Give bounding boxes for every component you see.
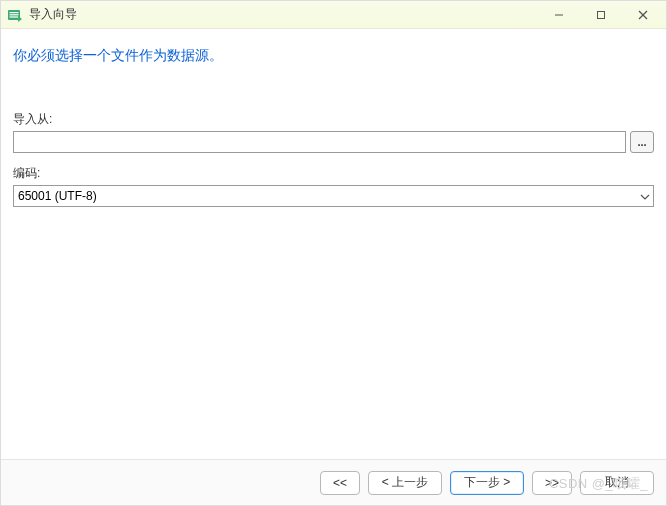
svg-rect-5 [598, 11, 605, 18]
browse-button[interactable]: ... [630, 131, 654, 153]
instruction-text: 你必须选择一个文件作为数据源。 [13, 47, 654, 65]
content-area: 你必须选择一个文件作为数据源。 导入从: ... 编码: 65001 (UTF-… [1, 29, 666, 207]
import-from-label: 导入从: [13, 111, 654, 128]
maximize-button[interactable] [580, 1, 622, 28]
encoding-select[interactable]: 65001 (UTF-8) [13, 185, 654, 207]
footer-bar: << < 上一步 下一步 > >> 取消 [1, 459, 666, 505]
svg-rect-1 [10, 12, 19, 13]
first-button[interactable]: << [320, 471, 360, 495]
encoding-value: 65001 (UTF-8) [18, 189, 97, 203]
import-from-input[interactable] [13, 131, 626, 153]
encoding-label: 编码: [13, 165, 654, 182]
last-button[interactable]: >> [532, 471, 572, 495]
svg-rect-2 [10, 14, 19, 15]
minimize-button[interactable] [538, 1, 580, 28]
window-title: 导入向导 [29, 6, 538, 23]
cancel-button[interactable]: 取消 [580, 471, 654, 495]
import-from-row: ... [13, 131, 654, 153]
titlebar: 导入向导 [1, 1, 666, 29]
next-button[interactable]: 下一步 > [450, 471, 524, 495]
app-icon [7, 7, 23, 23]
encoding-select-wrap: 65001 (UTF-8) [13, 185, 654, 207]
svg-rect-3 [10, 16, 19, 17]
window-controls [538, 1, 664, 28]
close-button[interactable] [622, 1, 664, 28]
prev-button[interactable]: < 上一步 [368, 471, 442, 495]
